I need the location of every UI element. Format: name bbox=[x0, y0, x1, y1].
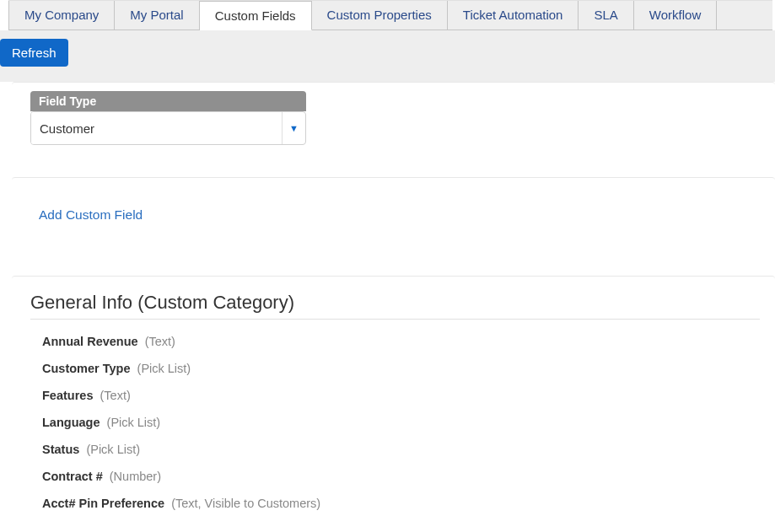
field-meta: (Pick List) bbox=[86, 443, 140, 456]
field-row[interactable]: Status (Pick List) bbox=[42, 443, 760, 456]
field-name: Language bbox=[42, 416, 100, 429]
field-type-input[interactable] bbox=[31, 112, 282, 144]
field-name: Annual Revenue bbox=[42, 335, 138, 348]
tab-sla[interactable]: SLA bbox=[579, 1, 633, 30]
field-type-select[interactable]: ▼ bbox=[30, 111, 306, 145]
field-row[interactable]: Contract # (Number) bbox=[42, 470, 760, 483]
field-name: Contract # bbox=[42, 470, 103, 483]
field-name: Customer Type bbox=[42, 362, 130, 375]
field-row[interactable]: Customer Type (Pick List) bbox=[42, 362, 760, 375]
refresh-button[interactable]: Refresh bbox=[0, 39, 68, 67]
add-field-panel: Add Custom Field bbox=[12, 177, 775, 262]
chevron-down-icon[interactable]: ▼ bbox=[282, 112, 305, 144]
field-meta: (Number) bbox=[110, 470, 161, 483]
field-meta: (Text) bbox=[100, 389, 131, 402]
field-type-panel: Field Type ▼ bbox=[12, 82, 775, 164]
field-meta: (Pick List) bbox=[107, 416, 161, 429]
tab-my-portal[interactable]: My Portal bbox=[115, 1, 199, 30]
tab-workflow[interactable]: Workflow bbox=[634, 1, 717, 30]
field-name: Features bbox=[42, 389, 93, 402]
tab-custom-properties[interactable]: Custom Properties bbox=[312, 1, 448, 30]
tab-ticket-automation[interactable]: Ticket Automation bbox=[448, 1, 579, 30]
field-row[interactable]: Acct# Pin Preference (Text, Visible to C… bbox=[42, 497, 760, 510]
field-meta: (Text) bbox=[145, 335, 175, 348]
field-name: Acct# Pin Preference bbox=[42, 497, 164, 510]
add-custom-field-link[interactable]: Add Custom Field bbox=[30, 186, 143, 244]
action-bar: Refresh bbox=[0, 30, 775, 82]
field-row[interactable]: Features (Text) bbox=[42, 389, 760, 402]
field-row[interactable]: Annual Revenue (Text) bbox=[42, 335, 760, 348]
field-meta: (Text, Visible to Customers) bbox=[171, 497, 320, 510]
field-name: Status bbox=[42, 443, 79, 456]
field-row[interactable]: Language (Pick List) bbox=[42, 416, 760, 429]
category-title: General Info (Custom Category) bbox=[30, 292, 760, 320]
category-panel: General Info (Custom Category) Annual Re… bbox=[12, 276, 775, 532]
tab-bar: My Company My Portal Custom Fields Custo… bbox=[8, 0, 772, 30]
tab-custom-fields[interactable]: Custom Fields bbox=[200, 1, 312, 30]
tab-my-company[interactable]: My Company bbox=[8, 1, 115, 30]
field-type-header: Field Type bbox=[30, 91, 306, 111]
field-meta: (Pick List) bbox=[137, 362, 191, 375]
